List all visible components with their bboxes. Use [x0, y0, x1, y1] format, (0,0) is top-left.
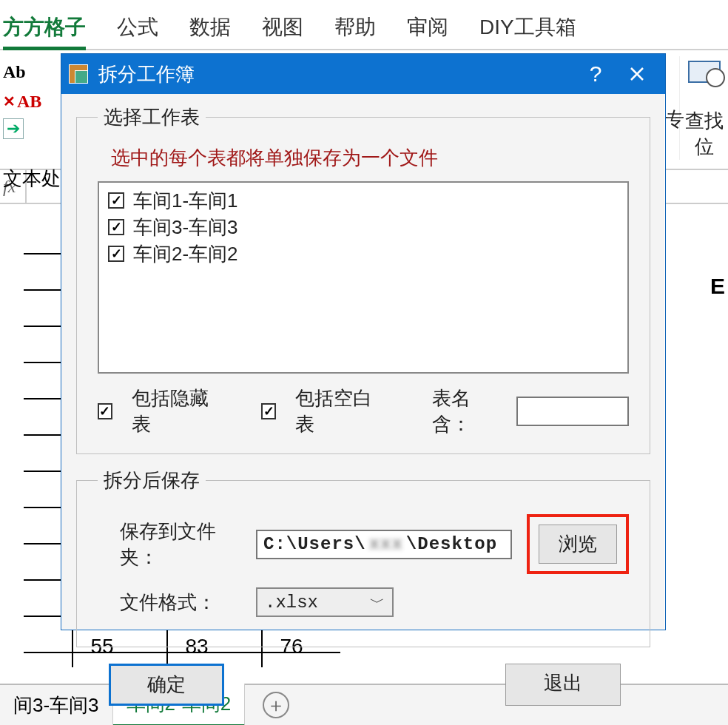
- ribbon-tab-help[interactable]: 帮助: [334, 13, 376, 41]
- dialog-title: 拆分工作簿: [98, 61, 195, 87]
- sheet-item-label: 车间2-车间2: [133, 240, 238, 267]
- include-blank-label: 包括空白表: [295, 385, 380, 437]
- select-sheets-group: 选择工作表 选中的每个表都将单独保存为一个文件 车间1-车间1 车间3-车间3 …: [76, 104, 650, 454]
- app-icon: [69, 64, 88, 84]
- save-legend: 拆分后保存: [98, 468, 206, 493]
- split-workbook-dialog: 拆分工作簿 ? 选择工作表 选中的每个表都将单独保存为一个文件 车间1-车间1 …: [61, 53, 666, 630]
- chevron-down-icon: ﹀: [370, 593, 385, 613]
- format-select[interactable]: .xlsx ﹀: [256, 587, 394, 617]
- ribbon-tab-diy[interactable]: DIY工具箱: [479, 13, 576, 41]
- exit-button[interactable]: 退出: [505, 664, 621, 706]
- format-value: .xlsx: [265, 593, 318, 613]
- save-path-input[interactable]: C:\Users\xxx\Desktop: [256, 530, 512, 559]
- save-group: 拆分后保存 保存到文件夹： C:\Users\xxx\Desktop 浏览 文件…: [76, 468, 650, 647]
- sheet-item-label: 车间1-车间1: [133, 187, 238, 214]
- column-header-e: E: [710, 274, 725, 299]
- include-blank-checkbox[interactable]: [261, 403, 276, 419]
- checkbox-icon[interactable]: [108, 192, 124, 209]
- toolbar-group-label: 文本处: [3, 166, 61, 192]
- sheet-list[interactable]: 车间1-车间1 车间3-车间3 车间2-车间2: [98, 181, 629, 374]
- help-button[interactable]: ?: [575, 54, 616, 94]
- save-to-label: 保存到文件夹：: [120, 519, 246, 570]
- sheet-item-3[interactable]: 车间2-车间2: [108, 240, 619, 267]
- ribbon-tab-view[interactable]: 视图: [262, 13, 303, 41]
- include-hidden-checkbox[interactable]: [98, 403, 112, 419]
- ribbon-tab-data[interactable]: 数据: [189, 13, 231, 41]
- delete-format-icon[interactable]: ✕AB: [3, 89, 41, 114]
- browse-button[interactable]: 浏览: [539, 525, 617, 564]
- sheet-item-1[interactable]: 车间1-车间1: [108, 187, 619, 214]
- find-label-1: 查找: [685, 108, 724, 134]
- find-icon[interactable]: [688, 61, 721, 83]
- find-group: 专 查找 位: [679, 56, 728, 160]
- name-contains-input[interactable]: [516, 397, 629, 426]
- browse-highlight: 浏览: [527, 514, 629, 574]
- format-label: 文件格式：: [120, 590, 246, 616]
- checkbox-icon[interactable]: [108, 246, 124, 262]
- close-icon: [629, 66, 645, 82]
- sheet-item-2[interactable]: 车间3-车间3: [108, 214, 619, 240]
- checkbox-icon[interactable]: [108, 219, 124, 235]
- hint-text: 选中的每个表都将单独保存为一个文件: [111, 145, 629, 171]
- ribbon-tabs: 方方格子 公式 数据 视图 帮助 审阅 DIY工具箱: [0, 0, 728, 50]
- text-style-icon[interactable]: Ab: [3, 59, 41, 84]
- name-contains-label: 表名含：: [432, 385, 500, 437]
- dialog-titlebar[interactable]: 拆分工作簿 ?: [61, 54, 665, 94]
- ok-button[interactable]: 确定: [109, 664, 224, 706]
- ribbon-tab-fangfang[interactable]: 方方格子: [3, 13, 86, 50]
- include-hidden-label: 包括隐藏表: [132, 385, 217, 437]
- ribbon-tab-formula[interactable]: 公式: [117, 13, 158, 41]
- sheet-item-label: 车间3-车间3: [133, 214, 238, 240]
- find-label-2: 位: [695, 134, 714, 160]
- ribbon-tab-review[interactable]: 审阅: [407, 13, 448, 41]
- select-sheets-legend: 选择工作表: [98, 104, 206, 130]
- close-button[interactable]: [616, 54, 658, 94]
- arrow-right-icon[interactable]: ➔: [3, 118, 24, 139]
